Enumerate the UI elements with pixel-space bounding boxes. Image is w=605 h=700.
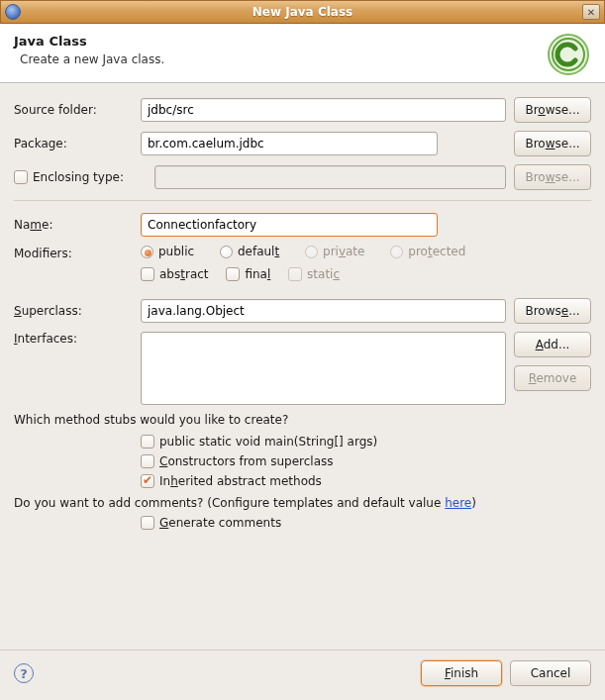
close-icon[interactable]: ✕ (582, 4, 600, 20)
dialog-form: Source folder: Browse... Package: Browse… (0, 83, 605, 533)
modifier-public-radio[interactable]: public (141, 245, 194, 258)
window-titlebar: New Java Class ✕ (0, 0, 605, 24)
cancel-button[interactable]: Cancel (510, 660, 591, 686)
dialog-banner: Java Class Create a new Java class. (0, 24, 605, 83)
superclass-input[interactable] (141, 299, 506, 323)
modifier-static-checkbox: static (288, 267, 340, 281)
generate-comments-checkbox[interactable]: Generate comments (141, 516, 281, 530)
app-icon (5, 4, 21, 20)
browse-enclosing-type-button: Browse... (514, 164, 591, 190)
help-icon[interactable]: ? (14, 663, 34, 683)
dialog-footer: ? Finish Cancel (0, 650, 605, 700)
enclosing-type-input (154, 165, 506, 189)
configure-templates-link[interactable]: here (445, 496, 471, 510)
label-interfaces: Interfaces: (14, 332, 141, 346)
label-package: Package: (14, 137, 141, 150)
method-stubs-question: Which method stubs would you like to cre… (14, 413, 591, 427)
label-modifiers: Modifiers: (14, 245, 141, 290)
browse-package-button[interactable]: Browse... (514, 131, 591, 156)
browse-superclass-button[interactable]: Browse... (514, 298, 591, 324)
browse-source-folder-button[interactable]: Browse... (514, 97, 591, 123)
stub-main-checkbox[interactable]: public static void main(String[] args) (141, 435, 577, 449)
modifier-private-radio: private (305, 245, 364, 258)
banner-heading: Java Class (14, 34, 164, 49)
finish-button[interactable]: Finish (421, 660, 502, 686)
stub-inherited-checkbox[interactable]: Inherited abstract methods (141, 474, 577, 488)
class-icon (546, 32, 591, 77)
label-source-folder: Source folder: (14, 103, 141, 117)
interfaces-list[interactable] (141, 332, 506, 405)
banner-subheading: Create a new Java class. (20, 52, 164, 66)
source-folder-input[interactable] (141, 98, 506, 122)
add-interface-button[interactable]: Add... (514, 332, 591, 357)
modifier-final-checkbox[interactable]: final (226, 267, 270, 281)
label-name: Name: (14, 218, 141, 232)
remove-interface-button: Remove (514, 365, 591, 391)
separator (14, 200, 591, 201)
stub-constructors-checkbox[interactable]: Constructors from superclass (141, 454, 577, 468)
modifier-abstract-checkbox[interactable]: abstract (141, 267, 209, 281)
modifier-protected-radio: protected (390, 245, 465, 258)
window-title: New Java Class (1, 5, 604, 19)
comments-question: Do you want to add comments? (Configure … (14, 496, 591, 510)
name-input[interactable] (141, 213, 438, 237)
package-input[interactable] (141, 132, 438, 155)
modifier-default-radio[interactable]: default (220, 245, 279, 258)
label-superclass: Superclass: (14, 304, 141, 318)
enclosing-type-checkbox[interactable]: Enclosing type: (14, 170, 141, 184)
svg-point-0 (549, 35, 588, 74)
